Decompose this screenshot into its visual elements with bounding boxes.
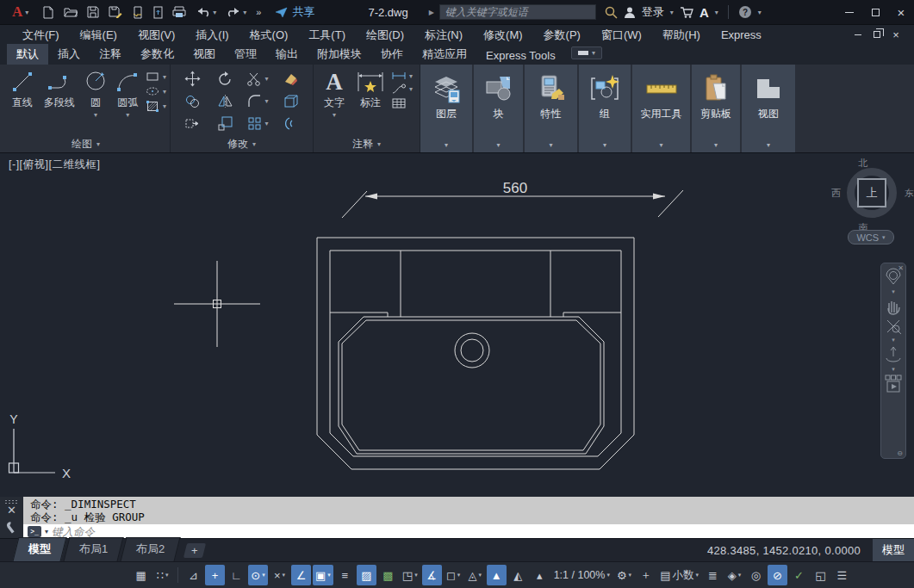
menu-view[interactable]: 视图(V)	[127, 28, 185, 43]
tab-collaborate[interactable]: 协作	[371, 44, 413, 65]
help-icon[interactable]: ?	[738, 5, 752, 19]
snap-mode-icon[interactable]: ∷ ▾	[152, 565, 172, 585]
properties-panel[interactable]: 特性 ▾	[525, 65, 577, 152]
minimize-button[interactable]	[836, 0, 862, 24]
chevron-down-icon[interactable]: ▾	[670, 9, 674, 16]
offset-button[interactable]	[283, 115, 299, 132]
share-button[interactable]: 共享	[275, 4, 314, 20]
showmotion-icon[interactable]	[884, 374, 903, 394]
customization-icon[interactable]: ☰	[832, 565, 852, 585]
ribbon-display-toggle[interactable]: ▾	[571, 46, 602, 59]
close-button[interactable]: ×	[888, 0, 914, 24]
chevron-down-icon[interactable]: ▾	[549, 141, 552, 149]
undo-button[interactable]: ▾	[196, 7, 216, 17]
annotation-autoscale-icon[interactable]: ◭	[508, 565, 528, 585]
doc-close-button[interactable]: ×	[886, 25, 905, 44]
app-menu-button[interactable]: A▾	[7, 3, 34, 21]
groups-panel[interactable]: 组 ▾	[579, 65, 631, 152]
dynamic-ucs-icon[interactable]: ∡	[422, 565, 442, 585]
chevron-down-icon[interactable]: ▾	[45, 528, 48, 535]
viewcube-top-face[interactable]: 上	[857, 178, 886, 207]
workspace-switching-icon[interactable]: ⚙ ▾	[614, 565, 634, 585]
stretch-button[interactable]	[184, 115, 201, 132]
lineweight-icon[interactable]: ≡	[335, 565, 355, 585]
menu-format[interactable]: 格式(O)	[239, 28, 299, 43]
plot-from-device-button[interactable]	[132, 6, 144, 19]
command-close-icon[interactable]: ✕	[7, 504, 16, 517]
maximize-button[interactable]	[862, 0, 888, 24]
table-button[interactable]	[391, 97, 413, 109]
line-button[interactable]: 直线	[7, 69, 37, 136]
drawing-area[interactable]: [-][俯视][二维线框]	[0, 153, 914, 497]
chevron-down-icon[interactable]: ▾	[892, 367, 895, 372]
menu-modify[interactable]: 修改(M)	[473, 28, 533, 43]
wrench-icon[interactable]	[5, 521, 19, 535]
menu-draw[interactable]: 绘图(D)	[356, 28, 414, 43]
copy-button[interactable]	[184, 93, 201, 109]
menu-dimension[interactable]: 标注(N)	[414, 28, 473, 43]
object-snap-tracking-icon[interactable]: ∠	[291, 565, 311, 585]
chevron-down-icon[interactable]: ▾	[767, 141, 770, 149]
chevron-down-icon[interactable]: ▾	[714, 141, 718, 149]
tab-output[interactable]: 输出	[266, 44, 308, 65]
new-file-button[interactable]	[42, 6, 54, 19]
selection-filtering-icon[interactable]: ◻ ▾	[444, 565, 463, 585]
new-layout-button[interactable]: +	[183, 543, 206, 558]
model-space-button[interactable]: 模型	[873, 539, 914, 561]
quick-properties-icon[interactable]: ≣	[703, 565, 723, 585]
3d-object-snap-icon[interactable]: ◳ ▾	[400, 565, 420, 585]
menu-express[interactable]: Express	[711, 28, 772, 41]
trusted-dwg-icon[interactable]: ✓	[789, 565, 809, 585]
zoom-extents-icon[interactable]	[884, 317, 903, 336]
chevron-down-icon[interactable]: ▾	[603, 141, 606, 149]
autodesk-app-icon[interactable]: A	[699, 5, 709, 20]
isolate-objects-icon[interactable]: ◎	[746, 565, 766, 585]
ortho-mode-icon[interactable]: ∟	[227, 565, 246, 585]
tab-insert[interactable]: 插入	[48, 44, 90, 65]
transparency-icon[interactable]: ▨	[357, 565, 376, 585]
pan-hand-icon[interactable]	[884, 296, 903, 315]
polar-tracking-icon[interactable]: ⊙ ▾	[248, 565, 268, 585]
tab-view[interactable]: 视图	[183, 44, 225, 65]
annotation-monitor-icon[interactable]: ＋	[636, 565, 656, 585]
object-snap-icon[interactable]: ▣ ▾	[313, 565, 333, 585]
grid-display-icon[interactable]: ▦	[131, 565, 151, 585]
doc-minimize-button[interactable]	[849, 25, 867, 44]
viewcube-north[interactable]: 北	[820, 157, 906, 170]
utilities-panel[interactable]: 实用工具 ▾	[632, 65, 690, 152]
app-store-cart-icon[interactable]	[680, 6, 693, 18]
rotate-button[interactable]	[217, 71, 233, 87]
layers-panel[interactable]: 图层 ▾	[420, 65, 472, 152]
tab-featured[interactable]: 精选应用	[413, 44, 476, 65]
arc-button[interactable]: 圆弧 ▾	[112, 69, 144, 136]
dynamic-input-icon[interactable]: +	[205, 565, 225, 585]
tab-parametric[interactable]: 参数化	[131, 44, 183, 65]
clipboard-panel[interactable]: 剪贴板 ▾	[692, 65, 740, 152]
sign-in-button[interactable]: 登录	[642, 4, 664, 20]
annotation-scale-flag-icon[interactable]: ▴	[530, 565, 550, 585]
text-button[interactable]: A 文字 ▾	[319, 69, 350, 136]
navbar-collapse-icon[interactable]: ⊖	[897, 449, 903, 457]
linear-dimension-button[interactable]: ▾	[391, 71, 413, 81]
clean-screen-icon[interactable]: ◱	[811, 565, 830, 585]
tab-manage[interactable]: 管理	[225, 44, 266, 65]
block-panel[interactable]: 块 ▾	[474, 65, 523, 152]
scale-button[interactable]	[217, 115, 233, 132]
explode-button[interactable]	[283, 93, 299, 109]
annotation-scale-value[interactable]: 1:1 / 100% ▾	[551, 565, 612, 585]
command-input[interactable]	[52, 525, 910, 538]
viewcube-east[interactable]: 东	[905, 187, 914, 200]
rectangle-button[interactable]: ▾	[146, 71, 166, 83]
hatch-button[interactable]: ▾	[146, 100, 166, 113]
draw-panel-title[interactable]: 绘图▾	[2, 136, 170, 152]
modify-panel-title[interactable]: 修改▾	[171, 136, 313, 152]
graphics-performance-icon[interactable]: ⊘	[768, 565, 787, 585]
chevron-down-icon[interactable]: ▾	[715, 9, 718, 16]
command-line-grip-bar[interactable]: ✕	[0, 497, 23, 538]
chevron-down-icon[interactable]: ▾	[892, 289, 895, 294]
circle-button[interactable]: 圆 ▾	[81, 69, 110, 136]
search-input[interactable]	[439, 4, 596, 20]
chevron-down-icon[interactable]: ▾	[659, 141, 662, 149]
print-button[interactable]	[172, 6, 186, 18]
tab-addins[interactable]: 附加模块	[308, 44, 371, 65]
